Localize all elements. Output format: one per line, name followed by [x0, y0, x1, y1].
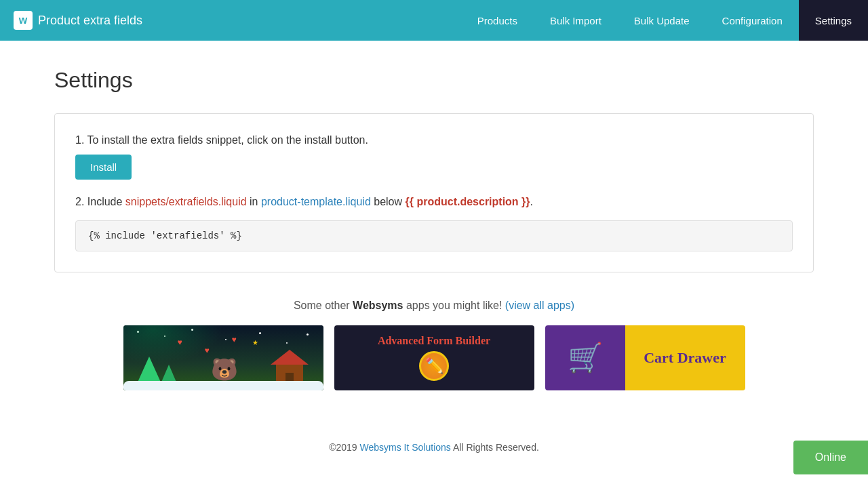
heart1: ♥: [178, 338, 182, 347]
cart-left: 🛒: [545, 325, 625, 390]
step2-prefix: 2. Include: [75, 196, 125, 207]
brand: w Product extra fields: [14, 11, 142, 30]
promo-app-cart-drawer[interactable]: 🛒 Cart Drawer: [545, 325, 745, 390]
footer-suffix: All Rights Reserved.: [451, 442, 539, 453]
settings-card: 1. To install the extra fields snippet, …: [54, 113, 814, 272]
nav-settings[interactable]: Settings: [799, 0, 868, 41]
star5: [259, 332, 261, 334]
promo-suffix: apps you might like!: [403, 300, 502, 311]
brand-icon: w: [14, 11, 33, 30]
install-section: 1. To install the extra fields snippet, …: [75, 134, 793, 180]
template-link[interactable]: product-template.liquid: [261, 196, 371, 207]
footer-copyright: ©2019: [329, 442, 359, 453]
nav-bulk-update[interactable]: Bulk Update: [618, 0, 706, 41]
cart-right: Cart Drawer: [625, 325, 745, 390]
main-content: Settings 1. To install the extra fields …: [0, 41, 868, 431]
step1-instruction: 1. To install the extra fields snippet, …: [75, 134, 793, 146]
promo-brand: Websyms: [353, 300, 403, 311]
heart3: ♥: [232, 335, 237, 344]
include-section: 2. Include snippets/extrafields.liquid i…: [75, 193, 793, 251]
xmas-tree1: [137, 357, 161, 384]
cart-icon: 🛒: [568, 341, 603, 374]
promo-app-holiday[interactable]: ♥ ♥ ♥ ★ 🐻: [123, 325, 323, 390]
install-button[interactable]: Install: [75, 155, 132, 180]
form-builder-title: Advanced Form Builder: [378, 335, 490, 347]
snow-ground: [123, 381, 323, 390]
xmas-bear: 🐻: [211, 357, 238, 382]
page-title: Settings: [54, 68, 814, 93]
step2-instruction: 2. Include snippets/extrafields.liquid i…: [75, 193, 793, 211]
promo-title: Some other Websyms apps you might like! …: [54, 300, 814, 312]
promo-section: Some other Websyms apps you might like! …: [54, 300, 814, 404]
promo-app-form-builder[interactable]: Advanced Form Builder ✏️: [334, 325, 534, 390]
main-nav: Products Bulk Import Bulk Update Configu…: [461, 0, 868, 41]
star4: [225, 339, 226, 340]
step2-mid2: below: [371, 196, 406, 207]
star-dot1: ★: [252, 339, 258, 346]
xmas-scene: ♥ ♥ ♥ ★ 🐻: [123, 325, 323, 390]
step2-mid: in: [247, 196, 261, 207]
footer-company-link[interactable]: Websyms It Solutions: [360, 442, 451, 453]
cart-drawer-title: Cart Drawer: [644, 349, 726, 367]
star6: [286, 342, 288, 344]
nav-configuration[interactable]: Configuration: [706, 0, 799, 41]
nav-products[interactable]: Products: [461, 0, 534, 41]
code-snippet: {% include 'extrafields' %}: [75, 220, 793, 251]
view-all-apps-link[interactable]: (view all apps): [505, 300, 574, 311]
form-builder-icon: ✏️: [419, 351, 449, 381]
product-description-code: {{ product.description }}: [406, 196, 530, 207]
step2-suffix: .: [530, 196, 533, 207]
footer: ©2019 Websyms It Solutions All Rights Re…: [0, 431, 868, 464]
heart2: ♥: [205, 346, 210, 355]
star7: [307, 333, 309, 336]
header: w Product extra fields Products Bulk Imp…: [0, 0, 868, 41]
pencil-icon: ✏️: [425, 357, 443, 375]
promo-prefix: Some other: [294, 300, 353, 311]
snippet-link[interactable]: snippets/extrafields.liquid: [125, 196, 247, 207]
online-button[interactable]: Online: [793, 441, 868, 464]
nav-bulk-import[interactable]: Bulk Import: [534, 0, 618, 41]
brand-label: Product extra fields: [38, 14, 142, 28]
promo-grid: ♥ ♥ ♥ ★ 🐻 Advanced Form Builder: [54, 325, 814, 390]
